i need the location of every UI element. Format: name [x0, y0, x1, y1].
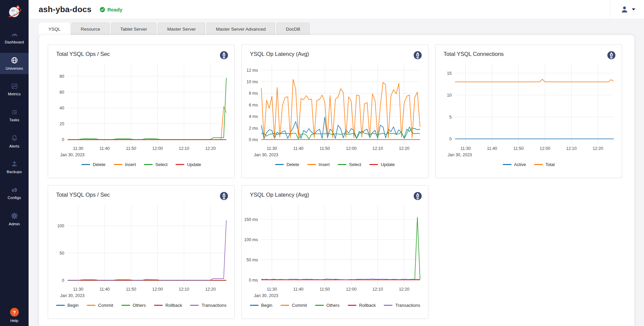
legend-label: Insert — [319, 162, 330, 167]
sidebar-item-universes[interactable]: Universes — [0, 53, 29, 74]
legend-line-swatch — [114, 164, 122, 165]
legend-item-insert[interactable]: Insert — [307, 162, 330, 167]
chart-plot: 05010011:3011:4011:5012:0012:1012:20Jan … — [48, 201, 230, 299]
sidebar-item-label: Help — [10, 319, 18, 323]
sidebar-item-backups[interactable]: Backups — [0, 157, 29, 178]
legend-label: Others — [327, 303, 340, 308]
sidebar-item-tasks[interactable]: Tasks — [0, 105, 29, 126]
sidebar-item-configs[interactable]: Configs — [0, 183, 29, 204]
user-menu-button[interactable] — [610, 0, 644, 19]
list-icon — [11, 109, 18, 116]
yugabyte-logo[interactable] — [0, 0, 29, 24]
svg-text:12:20: 12:20 — [399, 146, 409, 151]
svg-text:5: 5 — [449, 115, 452, 120]
legend-item-begin[interactable]: Begin — [250, 303, 272, 308]
prometheus-icon[interactable] — [220, 51, 228, 60]
tab-ysql[interactable]: YSQL — [39, 23, 70, 35]
svg-text:6 ms: 6 ms — [249, 103, 258, 107]
svg-text:11:30: 11:30 — [73, 146, 83, 151]
page-title: ash-yba-docs — [39, 5, 91, 14]
legend-item-others[interactable]: Others — [121, 303, 146, 308]
svg-text:0: 0 — [62, 278, 64, 283]
prometheus-icon[interactable] — [607, 51, 616, 60]
svg-text:11:40: 11:40 — [293, 146, 303, 151]
chart-legend: BeginCommitOthersRollbackTransactions — [48, 303, 234, 308]
x-axis-date-label: Jan 30, 2023 — [60, 293, 84, 298]
legend-item-active[interactable]: Active — [503, 162, 526, 167]
chart-plot: 05101511:3011:4011:5012:0012:1012:20Jan … — [435, 60, 617, 159]
chart-plot: 0 ms2 ms4 ms6 ms8 ms10 ms12 ms11:3011:40… — [242, 60, 423, 159]
chart-panel: YSQL Op Latency (Avg) 0 ms50 ms100 ms150… — [241, 185, 428, 319]
svg-text:12:20: 12:20 — [399, 287, 409, 292]
legend-label: Update — [381, 162, 395, 167]
svg-text:12:00: 12:00 — [152, 146, 163, 151]
prometheus-icon[interactable] — [413, 51, 422, 60]
chart-title: Total YSQL Connections — [444, 51, 504, 57]
legend-item-others[interactable]: Others — [315, 303, 340, 308]
legend-item-select[interactable]: Select — [144, 162, 167, 167]
legend-item-transactions[interactable]: Transactions — [190, 303, 226, 308]
x-axis-date-label: Jan 30, 2023 — [60, 153, 84, 157]
legend-item-delete[interactable]: Delete — [81, 162, 106, 167]
question-icon: ? — [10, 308, 19, 317]
svg-text:10: 10 — [447, 93, 452, 98]
svg-text:11:30: 11:30 — [267, 287, 277, 292]
legend-item-update[interactable]: Update — [176, 162, 201, 167]
svg-text:12:10: 12:10 — [372, 287, 383, 292]
sidebar: Dashboard Universes Metrics Tasks Alerts… — [0, 0, 29, 326]
main-area: ash-yba-docs Ready YSQLResourceTablet Se… — [29, 0, 644, 326]
legend-line-swatch — [307, 164, 316, 165]
x-axis-date-label: Jan 30, 2023 — [448, 153, 472, 157]
legend-item-transactions[interactable]: Transactions — [384, 303, 420, 308]
svg-text:40: 40 — [60, 106, 64, 110]
legend-item-delete[interactable]: Delete — [275, 162, 299, 167]
svg-text:11:30: 11:30 — [267, 146, 277, 151]
svg-text:11:40: 11:40 — [487, 146, 497, 151]
sidebar-item-dashboard[interactable]: Dashboard — [0, 27, 29, 48]
chart-panel: Total YSQL Ops / Sec 05010011:3011:4011:… — [48, 185, 235, 319]
legend-line-swatch — [144, 164, 153, 165]
legend-item-rollback[interactable]: Rollback — [154, 303, 182, 308]
svg-text:12:00: 12:00 — [152, 287, 163, 292]
svg-text:15: 15 — [447, 71, 452, 76]
legend-item-total[interactable]: Total — [534, 162, 555, 167]
tab-master-server-advanced[interactable]: Master Server Advanced — [206, 23, 275, 35]
legend-line-swatch — [154, 305, 163, 306]
chevron-down-icon — [632, 8, 635, 10]
sidebar-item-label: Universes — [5, 66, 23, 70]
chart-line-icon — [11, 83, 18, 90]
legend-line-swatch — [384, 305, 392, 306]
legend-item-commit[interactable]: Commit — [87, 303, 113, 308]
legend-label: Delete — [93, 162, 106, 167]
prometheus-icon[interactable] — [220, 192, 228, 200]
sidebar-item-admin[interactable]: Admin — [0, 208, 29, 230]
sidebar-item-label: Metrics — [8, 92, 21, 96]
svg-text:11:50: 11:50 — [320, 146, 330, 151]
tab-docdb[interactable]: DocDB — [276, 23, 310, 35]
legend-line-swatch — [369, 164, 378, 165]
chart-panel: YSQL Op Latency (Avg) 0 ms2 ms4 ms6 ms8 … — [241, 44, 428, 178]
legend-item-insert[interactable]: Insert — [114, 162, 136, 167]
legend-label: Rollback — [359, 303, 376, 308]
svg-text:11:30: 11:30 — [73, 287, 83, 292]
sidebar-item-metrics[interactable]: Metrics — [0, 79, 29, 100]
legend-item-rollback[interactable]: Rollback — [348, 303, 376, 308]
legend-label: Rollback — [165, 303, 182, 308]
legend-item-begin[interactable]: Begin — [56, 303, 79, 308]
svg-text:0: 0 — [449, 137, 452, 141]
header: ash-yba-docs Ready — [29, 0, 644, 19]
legend-item-update[interactable]: Update — [369, 162, 395, 167]
tab-master-server[interactable]: Master Server — [158, 23, 205, 35]
legend-item-commit[interactable]: Commit — [280, 303, 307, 308]
svg-text:12 ms: 12 ms — [247, 68, 258, 73]
legend-label: Others — [133, 303, 146, 308]
sidebar-item-help[interactable]: ? Help — [0, 308, 29, 323]
tab-tablet-server[interactable]: Tablet Server — [111, 23, 157, 35]
chart-legend: DeleteInsertSelectUpdate — [242, 162, 428, 167]
tab-content-panel: Total YSQL Ops / Sec 02040608011:3011:40… — [39, 35, 634, 326]
sidebar-item-alerts[interactable]: Alerts — [0, 131, 29, 152]
prometheus-icon[interactable] — [413, 192, 422, 200]
legend-line-swatch — [87, 305, 96, 306]
tab-resource[interactable]: Resource — [71, 23, 110, 35]
legend-item-select[interactable]: Select — [338, 162, 361, 167]
